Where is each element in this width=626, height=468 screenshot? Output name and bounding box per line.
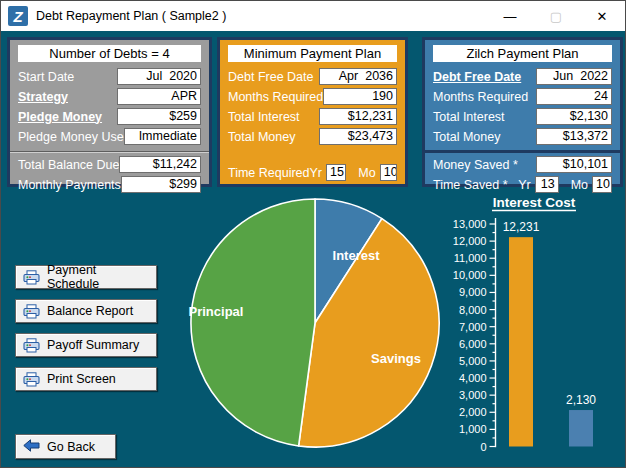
start-date-value: Jul 2020 [117,68,201,85]
svg-text:8,000: 8,000 [459,304,487,316]
pledge-money-row: Pledge Money $259 [18,108,201,125]
min-months-value: 190 [323,88,397,105]
panel-divider [425,150,620,153]
pledge-money-use-label: Pledge Money Use [18,130,124,144]
window-title: Debt Repayment Plan ( Sample2 ) [36,9,226,23]
time-saved-label: Time Saved * [433,178,518,192]
min-debt-free-value: Apr 2036 [319,68,397,85]
pledge-money-use-row: Pledge Money Use Immediate [18,128,201,145]
svg-text:Interest: Interest [333,248,381,263]
time-required-mo-value: 10 [380,164,397,181]
strategy-label[interactable]: Strategy [18,90,117,104]
pledge-money-label[interactable]: Pledge Money [18,110,117,124]
svg-text:3,000: 3,000 [459,389,487,401]
zilch-plan-header: Zilch Payment Plan [433,45,612,62]
zilch-total-money-value: $13,372 [536,128,612,145]
min-interest-row: Total Interest $12,231 [228,108,397,125]
zilch-debt-free-label[interactable]: Debt Free Date [433,70,536,84]
minimize-button[interactable]: — [487,1,533,31]
debts-panel-header: Number of Debts = 4 [18,45,201,62]
strategy-value: APR [117,88,201,105]
go-back-button[interactable]: Go Back [15,434,116,459]
svg-text:2,000: 2,000 [459,406,487,418]
print-screen-button[interactable]: Print Screen [15,367,157,391]
printer-icon [23,270,40,285]
total-balance-value: $11,242 [119,156,201,173]
min-interest-value: $12,231 [319,108,397,125]
printer-icon [23,304,40,319]
mo-label: Mo [358,166,375,180]
print-screen-label: Print Screen [47,372,116,386]
zilch-total-money-label: Total Money [433,130,536,144]
payment-schedule-label: Payment Schedule [47,263,149,291]
zilch-months-row: Months Required 24 [433,88,612,105]
min-total-money-value: $23,473 [319,128,397,145]
money-saved-row: Money Saved * $10,101 [433,156,612,173]
mo-label: Mo [571,178,588,192]
monthly-payments-value: $299 [121,176,201,193]
zilch-interest-label: Total Interest [433,110,536,124]
svg-text:10,000: 10,000 [453,269,487,281]
pledge-money-value: $259 [117,108,201,125]
zilch-total-money-row: Total Money $13,372 [433,128,612,145]
debts-panel: Number of Debts = 4 Start Date Jul 2020 … [7,37,212,187]
back-arrow-icon [23,439,40,454]
svg-text:0: 0 [480,441,486,453]
minimum-plan-header: Minimum Payment Plan [228,45,397,62]
window-controls: — ▢ ✕ [487,1,625,31]
svg-text:5,000: 5,000 [459,355,487,367]
strategy-row: Strategy APR [18,88,201,105]
svg-text:12,231: 12,231 [503,220,540,234]
payment-schedule-button[interactable]: Payment Schedule [15,265,157,289]
svg-text:9,000: 9,000 [459,286,487,298]
payoff-summary-button[interactable]: Payoff Summary [15,333,157,357]
yr-label: Yr [518,178,531,192]
go-back-label: Go Back [47,440,95,454]
payoff-summary-label: Payoff Summary [47,338,139,352]
min-debt-free-label: Debt Free Date [228,70,319,84]
printer-icon [23,338,40,353]
money-saved-value: $10,101 [536,156,612,173]
min-total-money-label: Total Money [228,130,319,144]
svg-text:2,130: 2,130 [566,393,596,407]
min-debt-free-row: Debt Free Date Apr 2036 [228,68,397,85]
time-required-row: Time Required Yr 15 Mo 10 [228,164,397,181]
svg-text:11,000: 11,000 [454,252,487,264]
monthly-payments-row: Monthly Payments $299 [18,176,201,193]
zilch-months-label: Months Required [433,90,536,104]
min-months-row: Months Required 190 [228,88,397,105]
total-balance-label: Total Balance Due [18,158,119,172]
time-required-label: Time Required [228,166,310,180]
min-total-money-row: Total Money $23,473 [228,128,397,145]
interest-cost-bar-chart: Interest Cost01,0002,0003,0004,0005,0006… [441,191,626,463]
panel-divider [10,151,209,153]
zilch-debt-free-value: Jun 2022 [536,68,612,85]
min-months-label: Months Required [228,90,323,104]
total-balance-row: Total Balance Due $11,242 [18,156,201,173]
maximize-button: ▢ [533,1,579,31]
balance-report-label: Balance Report [47,304,133,318]
start-date-label: Start Date [18,70,117,84]
svg-text:Interest Cost: Interest Cost [493,195,576,210]
app-logo-icon: Z [8,6,28,26]
pie-chart: InterestSavingsPrincipal [186,194,444,452]
zilch-months-value: 24 [536,88,612,105]
svg-text:7,000: 7,000 [459,321,487,333]
printer-icon [23,372,40,387]
monthly-payments-label: Monthly Payments [18,178,121,192]
svg-text:Savings: Savings [371,351,421,366]
zilch-plan-panel: Zilch Payment Plan Debt Free Date Jun 20… [422,37,623,187]
titlebar: Z Debt Repayment Plan ( Sample2 ) — ▢ ✕ [1,1,625,31]
svg-text:13,000: 13,000 [453,218,487,230]
svg-text:4,000: 4,000 [459,372,487,384]
close-button[interactable]: ✕ [579,1,625,31]
svg-text:Principal: Principal [189,304,244,319]
svg-text:6,000: 6,000 [459,338,487,350]
balance-report-button[interactable]: Balance Report [15,299,157,323]
zilch-debt-free-row: Debt Free Date Jun 2022 [433,68,612,85]
time-required-yr-value: 15 [326,164,346,181]
zilch-interest-value: $2,130 [536,108,612,125]
yr-label: Yr [310,166,323,180]
svg-text:12,000: 12,000 [453,235,487,247]
minimum-plan-panel: Minimum Payment Plan Debt Free Date Apr … [217,37,408,187]
